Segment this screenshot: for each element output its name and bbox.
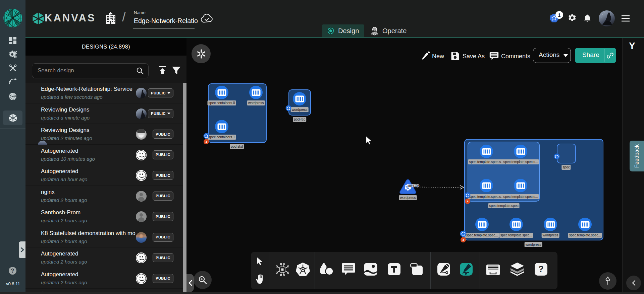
svg-text:?: ? [538, 264, 543, 274]
